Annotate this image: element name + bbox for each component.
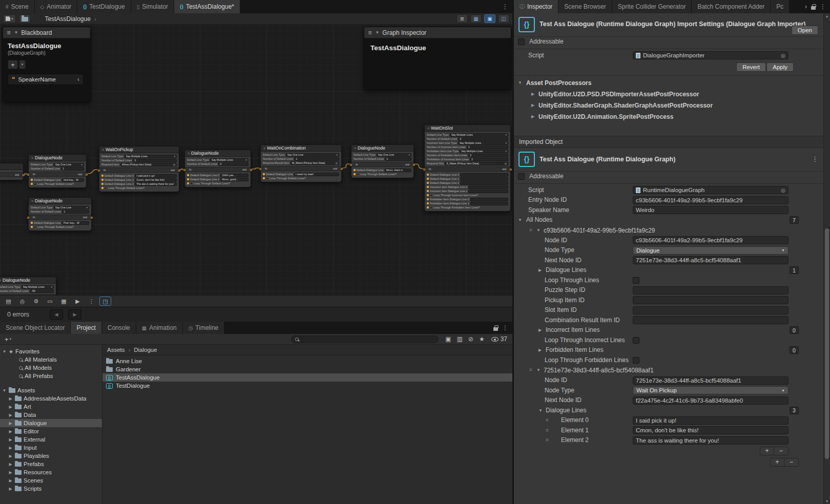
- line-field[interactable]: Mmm, that's it.: [385, 169, 411, 172]
- tree-caret-icon[interactable]: ▶: [8, 446, 13, 450]
- folder-data[interactable]: ▶Data: [0, 411, 102, 419]
- hidden-packages-icon[interactable]: ⊘: [468, 335, 473, 343]
- node-field[interactable]: Say Multiple Lines▾: [125, 155, 177, 158]
- node-field[interactable]: Say One Line▾: [377, 153, 411, 157]
- foldout-caret[interactable]: ▶: [531, 89, 534, 100]
- postprocessor-item[interactable]: ▶UnityEditor.U2D.Animation.SpritePostPro…: [514, 111, 823, 122]
- object-picker-icon[interactable]: ◎: [336, 161, 338, 164]
- tree-caret-icon[interactable]: ▶: [8, 478, 13, 483]
- foldout-caret[interactable]: ▼: [536, 365, 541, 375]
- graph-node-title[interactable]: ≡DialogueNode: [351, 145, 413, 152]
- asset-item-testdialogue[interactable]: TestDialogue: [102, 382, 512, 390]
- element-1-field[interactable]: Cmon, don't be like this!: [633, 426, 789, 434]
- scroll-down-icon[interactable]: ▼: [824, 499, 830, 503]
- next-node-id-field[interactable]: f22a475e-4c2f-41c6-9b73-6a83498abfe0: [633, 396, 789, 405]
- tree-caret-icon[interactable]: ▶: [8, 462, 13, 467]
- object-picker-icon[interactable]: ◎: [173, 163, 175, 166]
- node-field[interactable]: Say Multiple Lines▾: [210, 158, 248, 162]
- tab-inspector[interactable]: ⓘInspector: [514, 0, 558, 13]
- line-field[interactable]: Ohhh yes...: [220, 174, 248, 177]
- object-field[interactable]: Whoa (Pickup Item Data)◎: [120, 163, 177, 166]
- tree-caret-icon[interactable]: ▶: [8, 437, 13, 442]
- favorites-section[interactable]: ▼★Favorites: [0, 347, 102, 355]
- tree-caret-icon[interactable]: ▶: [8, 470, 13, 475]
- node-checkbox[interactable]: [105, 187, 107, 190]
- collapse-icon[interactable]: ▼: [14, 30, 18, 35]
- add-element-button[interactable]: +: [771, 458, 784, 466]
- loop-through-forbidden-lines-checkbox[interactable]: [633, 357, 639, 364]
- prev-error-button[interactable]: ◀: [50, 309, 63, 320]
- line-field[interactable]: I said pick it up!: [135, 174, 177, 178]
- loop-through-incorrect-lines-checkbox[interactable]: [633, 337, 639, 344]
- input-port-icon[interactable]: [423, 169, 425, 171]
- asset-item-anne-lise[interactable]: Anne Lise: [102, 357, 512, 365]
- node-type-dropdown[interactable]: Dialogue▼: [633, 246, 789, 255]
- node-section-header[interactable]: =▼7251e73e-38d3-44ff-a8c5-bcf54088aaf1: [514, 365, 823, 375]
- blackboard-panel[interactable]: ≣ ▼ Blackboard TestAssDialogue (Dialogue…: [3, 27, 91, 102]
- line-field[interactable]: The ass is waiting there for you!: [135, 182, 177, 186]
- graph-node-dialoguenode[interactable]: ≡DialogueNodeDefault Line TypeSay One Li…: [28, 154, 87, 188]
- node-field[interactable]: Say Multiple Lines▾: [458, 141, 508, 145]
- node-checkbox[interactable]: [190, 182, 193, 185]
- drag-handle-icon[interactable]: =: [546, 435, 549, 446]
- foldout-caret[interactable]: ▶: [538, 345, 542, 355]
- node-field[interactable]: 3: [468, 154, 508, 157]
- remove-element-button[interactable]: −: [774, 447, 788, 455]
- line-field[interactable]: Mmm, good...: [220, 178, 248, 181]
- object-picker-icon[interactable]: ◎: [505, 162, 507, 165]
- tab-testassdialogue[interactable]: {}TestAssDialogue*: [174, 0, 240, 13]
- graph-node-waitonslot[interactable]: ≡WaitOnSlotDefault Line TypeSay Multiple…: [424, 124, 511, 212]
- list-menu-button[interactable]: ≣: [457, 14, 468, 23]
- node-field[interactable]: 1: [294, 157, 339, 161]
- node-field[interactable]: Say Multiple Lines▾: [22, 285, 54, 289]
- input-port-icon[interactable]: [350, 164, 352, 166]
- line-field[interactable]: Piss! boy... W: [62, 221, 89, 225]
- save-search-icon[interactable]: ▣: [445, 335, 451, 343]
- node-field[interactable]: 1: [385, 157, 411, 161]
- kebab-menu-icon[interactable]: ⋮: [812, 155, 818, 163]
- assets-root[interactable]: ▼Assets: [0, 386, 102, 394]
- kebab-menu-icon[interactable]: ⋮: [86, 297, 97, 306]
- script-field[interactable]: RuntimeDialogueGraph ◎: [633, 186, 789, 194]
- add-element-button[interactable]: +: [760, 447, 774, 455]
- tree-caret-icon[interactable]: ▼: [2, 388, 7, 393]
- loop-through-lines-checkbox[interactable]: [633, 277, 639, 284]
- graph-node-title[interactable]: ≡StartNode: [0, 163, 23, 170]
- node-checkbox[interactable]: [266, 177, 268, 180]
- output-port-icon[interactable]: [510, 169, 512, 171]
- graph-node-title[interactable]: ≡DialogueNode: [29, 198, 91, 204]
- foldout-caret[interactable]: ▼: [536, 225, 541, 236]
- foldout-caret[interactable]: ▶: [531, 100, 534, 111]
- asset-item-gardener[interactable]: Gardener: [102, 365, 512, 373]
- node-checkbox[interactable]: [34, 226, 36, 228]
- tab-console[interactable]: Console: [102, 322, 136, 334]
- graph-node-waitoncombination[interactable]: ≡WaitOnCombinationDefault Line TypeSay O…: [260, 144, 342, 182]
- output-port-icon[interactable]: [178, 170, 180, 172]
- inspect-icon[interactable]: ◎: [16, 297, 28, 306]
- count-field[interactable]: 0: [790, 346, 799, 354]
- tree-caret-icon[interactable]: ▶: [8, 429, 13, 434]
- console-list-icon[interactable]: ▤: [3, 297, 14, 306]
- grid-icon[interactable]: ▦: [58, 297, 70, 306]
- input-port-icon[interactable]: [183, 169, 185, 171]
- input-port-icon[interactable]: [27, 217, 29, 219]
- line-field[interactable]: [460, 177, 508, 181]
- node-id-field[interactable]: 7251e73e-38d3-44ff-a8c5-bcf54088aaf1: [633, 376, 789, 385]
- node-checkbox[interactable]: [357, 173, 359, 176]
- graph-node-dialoguenode[interactable]: ≡DialogueNodeDefault Line TypeSay One Li…: [351, 144, 414, 178]
- foldout-caret[interactable]: ▼: [538, 406, 543, 416]
- grid-view-icon[interactable]: ▦: [470, 14, 482, 23]
- kebab-menu-icon[interactable]: ⋮: [502, 3, 508, 10]
- node-field[interactable]: -55: [30, 289, 54, 293]
- lock-icon[interactable]: [811, 6, 816, 10]
- visible-items-counter[interactable]: 37: [491, 335, 509, 343]
- element-0-field[interactable]: I said pick it up!: [633, 416, 789, 425]
- breadcrumb-current[interactable]: Dialogue: [134, 347, 157, 353]
- more-tabs-icon[interactable]: ›: [805, 3, 807, 10]
- drag-handle-icon[interactable]: =: [529, 365, 532, 375]
- line-field[interactable]: [470, 202, 508, 205]
- collapse-icon[interactable]: ▼: [375, 30, 379, 35]
- input-port-icon[interactable]: [27, 174, 29, 176]
- node-field[interactable]: Say Multiple Lines▾: [460, 150, 508, 153]
- tab-sprite-collider-generator[interactable]: Sprite Collider Generator: [612, 0, 692, 13]
